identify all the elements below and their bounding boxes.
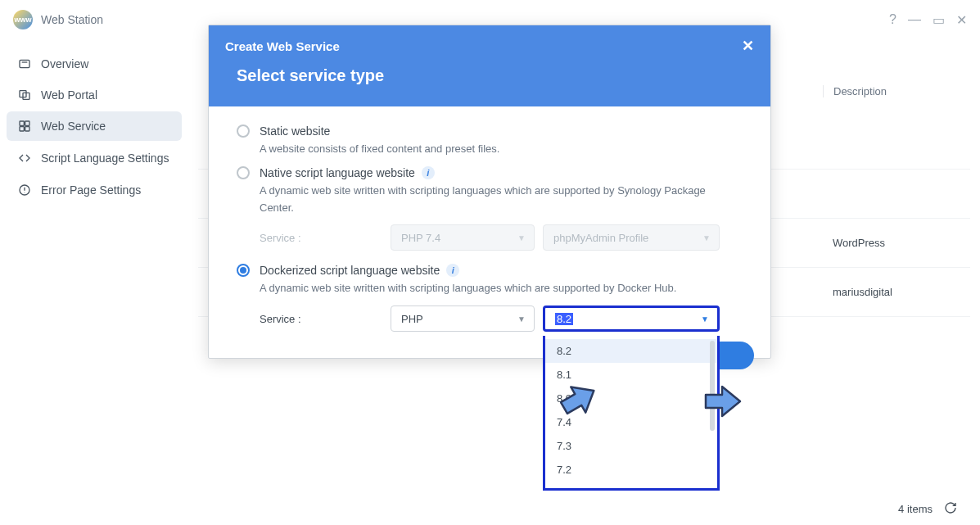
create-web-service-modal: Create Web Service ✕ Select service type… — [208, 25, 771, 359]
radio-static-website[interactable]: Static website — [237, 124, 743, 138]
docker-service-row: Service : PHP ▼ 8.2 ▼ 8.2 8.1 8.0 7.4 7.… — [260, 305, 743, 332]
window-controls: ? — ▭ ✕ — [889, 12, 967, 28]
dropdown-option[interactable]: 7.3 — [545, 434, 717, 458]
modal-close-button[interactable]: ✕ — [742, 37, 754, 55]
chevron-down-icon: ▼ — [517, 315, 526, 324]
version-dropdown-menu: 8.2 8.1 8.0 7.4 7.3 7.2 7.1 — [543, 336, 720, 491]
modal-subtitle: Select service type — [237, 66, 743, 85]
dropdown-option[interactable]: 7.2 — [545, 458, 717, 482]
static-desc: A website consists of fixed content and … — [260, 141, 743, 158]
radio-icon — [237, 166, 250, 179]
chevron-down-icon: ▼ — [517, 233, 526, 242]
help-icon[interactable]: ? — [889, 12, 896, 28]
service-label: Service : — [260, 313, 382, 325]
app-title: Web Station — [41, 13, 103, 26]
radio-label: Static website — [260, 124, 330, 138]
modal-hero: Select service type — [209, 66, 770, 106]
native-profile-dropdown: phpMyAdmin Profile ▼ — [543, 224, 720, 251]
sidebar-item-script-settings[interactable]: Script Language Settings — [7, 143, 182, 174]
native-service-row: Service : PHP 7.4 ▼ phpMyAdmin Profile ▼ — [260, 224, 743, 251]
radio-dockerized-script[interactable]: Dockerized script language website i — [237, 264, 743, 277]
app-icon: www — [13, 10, 33, 29]
modal-body: Static website A website consists of fix… — [209, 106, 770, 358]
column-header-description[interactable]: Description — [823, 85, 970, 97]
sidebar: Overview Web Portal Web Service Script L… — [0, 39, 188, 525]
dropdown-option[interactable]: 8.2 — [545, 339, 717, 363]
info-icon[interactable]: i — [422, 166, 435, 179]
docker-desc: A dynamic web site written with scriptin… — [260, 280, 743, 297]
radio-icon — [237, 124, 250, 138]
sidebar-item-overview[interactable]: Overview — [7, 49, 182, 79]
native-desc: A dynamic web site written with scriptin… — [260, 183, 743, 217]
sidebar-item-label: Script Language Settings — [41, 151, 169, 165]
error-icon — [16, 183, 33, 197]
maximize-icon[interactable]: ▭ — [933, 12, 945, 28]
service-icon — [16, 120, 33, 133]
modal-titlebar: Create Web Service ✕ — [209, 25, 770, 66]
dropdown-option[interactable]: 7.4 — [545, 410, 717, 434]
sidebar-item-label: Overview — [41, 57, 88, 70]
close-icon[interactable]: ✕ — [956, 12, 967, 28]
svg-rect-4 — [20, 121, 24, 125]
table-footer: 4 items — [898, 501, 957, 517]
svg-rect-5 — [25, 121, 29, 125]
svg-rect-7 — [25, 127, 29, 131]
svg-rect-6 — [20, 127, 24, 131]
modal-title: Create Web Service — [225, 39, 340, 53]
docker-version-dropdown[interactable]: 8.2 ▼ 8.2 8.1 8.0 7.4 7.3 7.2 7.1 — [543, 305, 720, 332]
dropdown-option[interactable]: 7.1 — [545, 482, 717, 488]
refresh-icon[interactable] — [944, 501, 957, 517]
portal-icon — [16, 88, 33, 102]
sidebar-item-error-page[interactable]: Error Page Settings — [7, 175, 182, 205]
sidebar-item-web-portal[interactable]: Web Portal — [7, 80, 182, 110]
sidebar-item-label: Web Service — [41, 120, 106, 133]
docker-language-dropdown[interactable]: PHP ▼ — [391, 305, 535, 332]
radio-label: Native script language website i — [260, 166, 435, 179]
overview-icon — [16, 57, 33, 70]
sidebar-item-label: Web Portal — [41, 88, 97, 102]
native-php-dropdown: PHP 7.4 ▼ — [391, 224, 535, 251]
dropdown-option[interactable]: 8.1 — [545, 363, 717, 387]
service-label: Service : — [260, 232, 382, 244]
minimize-icon[interactable]: — — [908, 12, 921, 28]
radio-label: Dockerized script language website i — [260, 264, 459, 277]
info-icon[interactable]: i — [446, 264, 459, 277]
scrollbar[interactable] — [710, 341, 715, 431]
sidebar-item-web-service[interactable]: Web Service — [7, 111, 182, 141]
item-count: 4 items — [898, 503, 933, 515]
dropdown-option[interactable]: 8.0 — [545, 387, 717, 410]
radio-icon — [237, 264, 250, 277]
code-icon — [16, 152, 33, 165]
sidebar-item-label: Error Page Settings — [41, 183, 141, 197]
radio-native-script[interactable]: Native script language website i — [237, 166, 743, 179]
chevron-down-icon: ▼ — [701, 315, 709, 324]
svg-rect-0 — [20, 60, 29, 67]
chevron-down-icon: ▼ — [702, 233, 711, 242]
